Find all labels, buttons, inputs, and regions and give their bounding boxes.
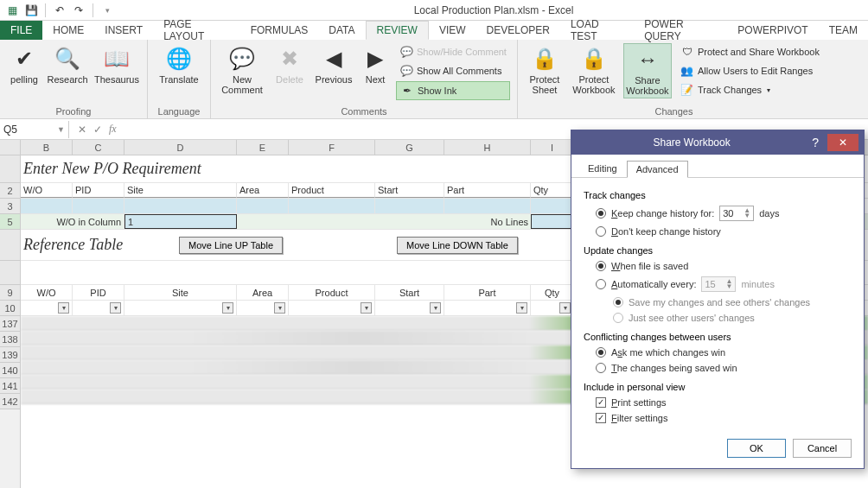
show-ink-button[interactable]: ✒Show Ink — [396, 81, 510, 100]
tab-home[interactable]: HOME — [42, 21, 94, 40]
days-spinner[interactable]: 30▲▼ — [719, 206, 754, 221]
cancel-icon[interactable]: ✕ — [78, 124, 86, 136]
input-cell[interactable] — [531, 199, 574, 213]
showhide-comment-button[interactable]: 💬Show/Hide Comment — [396, 43, 510, 60]
research-button[interactable]: 🔍Research — [47, 43, 88, 86]
col-header[interactable]: E — [237, 140, 289, 155]
allow-users-button[interactable]: 👥Allow Users to Edit Ranges — [677, 62, 823, 79]
tab-insert[interactable]: INSERT — [94, 21, 153, 40]
filter-arrow-icon[interactable]: ▾ — [559, 302, 571, 314]
tab-pagelayout[interactable]: PAGE LAYOUT — [153, 21, 240, 40]
row-header[interactable]: 5 — [0, 214, 20, 230]
undo-icon[interactable]: ↶ — [53, 3, 67, 17]
row-header[interactable]: 142 — [0, 394, 20, 409]
input-cell[interactable] — [444, 199, 531, 213]
protect-workbook-button[interactable]: 🔒Protect Workbook — [570, 43, 618, 97]
radio-ask-which[interactable] — [596, 347, 606, 358]
ok-button[interactable]: OK — [727, 439, 786, 458]
move-line-up-button[interactable]: Move Line UP Table — [179, 237, 283, 254]
tab-powerquery[interactable]: POWER QUERY — [634, 21, 727, 40]
row-header[interactable] — [0, 230, 20, 261]
tab-review[interactable]: REVIEW — [366, 21, 429, 40]
row-header[interactable]: 9 — [0, 285, 20, 301]
tab-editing[interactable]: Editing — [578, 160, 627, 177]
row-header[interactable] — [0, 261, 20, 285]
tab-data[interactable]: DATA — [318, 21, 365, 40]
qat-more-icon[interactable]: ▾ — [100, 3, 114, 17]
track-changes-button[interactable]: 📝Track Changes▾ — [677, 81, 823, 98]
row-header[interactable]: 3 — [0, 199, 20, 214]
show-all-comments-button[interactable]: 💬Show All Comments — [396, 62, 510, 79]
close-icon[interactable]: ✕ — [827, 134, 858, 151]
col-header[interactable]: G — [375, 140, 444, 155]
col-header[interactable]: B — [21, 140, 73, 155]
cancel-button[interactable]: Cancel — [793, 439, 852, 458]
tab-loadtest[interactable]: LOAD TEST — [560, 21, 634, 40]
filter-arrow-icon[interactable]: ▾ — [516, 302, 527, 314]
tab-powerpivot[interactable]: POWERPIVOT — [727, 21, 818, 40]
input-cell[interactable]: 1 — [124, 214, 237, 229]
tab-file[interactable]: FILE — [0, 21, 42, 40]
select-all-corner[interactable] — [0, 140, 20, 155]
tab-team[interactable]: TEAM — [819, 21, 868, 40]
section-title: Reference Table — [21, 230, 176, 260]
name-box[interactable]: Q5▼ — [0, 121, 69, 138]
input-cell[interactable] — [237, 199, 289, 213]
col-header[interactable]: H — [444, 140, 531, 155]
help-icon[interactable]: ? — [807, 136, 824, 149]
chk-print-settings[interactable] — [596, 397, 606, 408]
col-header[interactable]: F — [289, 140, 375, 155]
col-header[interactable]: I — [531, 140, 574, 155]
spelling-button[interactable]: ✔pelling — [7, 43, 41, 86]
radio-auto-every[interactable] — [596, 279, 606, 289]
radio-when-saved[interactable] — [596, 261, 606, 271]
chk-filter-settings[interactable] — [596, 413, 606, 423]
fx-icon[interactable]: fx — [109, 123, 117, 136]
radio-keep-history[interactable] — [596, 208, 606, 219]
filter-arrow-icon[interactable]: ▾ — [58, 302, 69, 314]
input-cell[interactable] — [73, 199, 124, 213]
delete-comment-button[interactable]: ✖Delete — [271, 43, 308, 86]
row-header[interactable]: 138 — [0, 332, 20, 347]
row-header[interactable]: 141 — [0, 378, 20, 394]
previous-comment-button[interactable]: ◀Previous — [313, 43, 354, 86]
share-workbook-button[interactable]: ↔Share Workbook — [623, 43, 672, 98]
filter-arrow-icon[interactable]: ▾ — [110, 302, 121, 314]
chevron-down-icon[interactable]: ▼ — [57, 125, 65, 134]
row-header[interactable]: 2 — [0, 183, 20, 199]
next-comment-button[interactable]: ▶Next — [360, 43, 391, 86]
col-header[interactable]: D — [124, 140, 237, 155]
input-cell[interactable] — [375, 199, 444, 213]
filter-arrow-icon[interactable]: ▾ — [430, 302, 441, 314]
tab-advanced[interactable]: Advanced — [627, 161, 688, 178]
tab-formulas[interactable]: FORMULAS — [240, 21, 319, 40]
row-header[interactable]: 139 — [0, 347, 20, 363]
input-cell[interactable] — [21, 199, 73, 213]
tab-developer[interactable]: DEVELOPER — [476, 21, 560, 40]
tab-view[interactable]: VIEW — [429, 21, 476, 40]
radio-dont-keep[interactable] — [596, 226, 606, 237]
input-cell[interactable] — [124, 199, 237, 213]
row-header[interactable]: 10 — [0, 301, 20, 316]
save-icon[interactable]: 💾 — [24, 3, 38, 17]
filter-arrow-icon[interactable]: ▾ — [361, 302, 372, 314]
row-header[interactable]: 140 — [0, 363, 20, 378]
new-comment-button[interactable]: 💬New Comment — [218, 43, 266, 97]
row-header[interactable]: 137 — [0, 316, 20, 332]
input-cell[interactable] — [289, 199, 375, 213]
protect-share-button[interactable]: 🛡Protect and Share Workbook — [677, 43, 823, 60]
filter-arrow-icon[interactable]: ▾ — [222, 302, 233, 314]
filter-arrow-icon[interactable]: ▾ — [274, 302, 285, 314]
move-line-down-button[interactable]: Move Line DOWN Table — [397, 237, 518, 254]
row-header[interactable] — [0, 155, 20, 183]
radio-saved-win[interactable] — [596, 363, 606, 373]
col-header[interactable]: C — [73, 140, 124, 155]
translate-button[interactable]: 🌐Translate — [155, 43, 203, 86]
enter-icon[interactable]: ✓ — [93, 124, 102, 136]
dialog-titlebar[interactable]: Share Workbook ? ✕ — [571, 130, 864, 155]
redo-icon[interactable]: ↷ — [72, 3, 86, 17]
input-cell[interactable] — [531, 214, 574, 229]
thesaurus-button[interactable]: 📖Thesaurus — [93, 43, 140, 86]
protect-sheet-button[interactable]: 🔒Protect Sheet — [525, 43, 565, 97]
share-workbook-dialog: Share Workbook ? ✕ Editing Advanced Trac… — [571, 130, 865, 469]
